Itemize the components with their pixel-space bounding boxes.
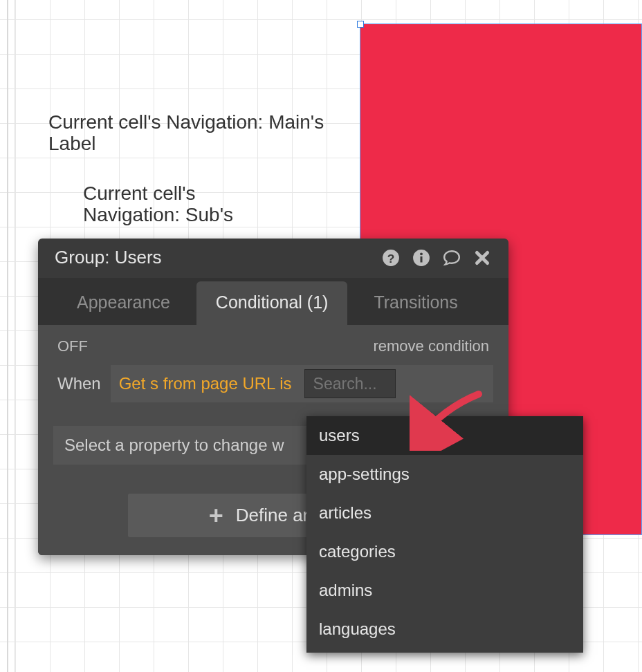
dropdown-item-users[interactable]: users: [306, 416, 583, 455]
dropdown-item-languages[interactable]: languages: [306, 610, 583, 648]
svg-rect-3: [420, 256, 422, 262]
plus-icon: +: [209, 509, 223, 523]
when-expression-row: When Get s from page URL is: [53, 365, 493, 402]
panel-header[interactable]: Group: Users ?: [38, 239, 508, 278]
resize-handle-top-left[interactable]: [357, 21, 364, 28]
canvas-text-sub-label[interactable]: Current cell's Navigation: Sub's: [83, 183, 291, 226]
search-input[interactable]: [304, 369, 396, 398]
canvas-text-main-label[interactable]: Current cell's Navigation: Main's Label: [48, 112, 325, 155]
help-icon[interactable]: ?: [381, 248, 401, 268]
expression-box[interactable]: Get s from page URL is: [111, 365, 300, 402]
panel-header-icons: ?: [381, 248, 492, 268]
svg-point-4: [420, 252, 423, 255]
info-icon[interactable]: [412, 248, 431, 268]
dropdown-item-articles[interactable]: articles: [306, 494, 583, 532]
comment-icon[interactable]: [442, 248, 461, 268]
dropdown-item-admins[interactable]: admins: [306, 571, 583, 610]
tab-appearance[interactable]: Appearance: [57, 281, 190, 325]
when-label: When: [53, 365, 111, 402]
condition-off-toggle[interactable]: OFF: [57, 337, 88, 355]
svg-text:?: ?: [387, 251, 395, 265]
dropdown-item-app-settings[interactable]: app-settings: [306, 455, 583, 494]
remove-condition-link[interactable]: remove condition: [373, 337, 489, 355]
tab-conditional[interactable]: Conditional (1): [196, 281, 348, 325]
dropdown-item-categories[interactable]: categories: [306, 532, 583, 571]
tab-transitions[interactable]: Transitions: [354, 281, 477, 325]
panel-tabs: Appearance Conditional (1) Transitions: [38, 278, 508, 325]
autocomplete-dropdown: users app-settings articles categories a…: [306, 416, 583, 653]
panel-title: Group: Users: [55, 247, 381, 268]
close-icon[interactable]: [473, 248, 492, 268]
